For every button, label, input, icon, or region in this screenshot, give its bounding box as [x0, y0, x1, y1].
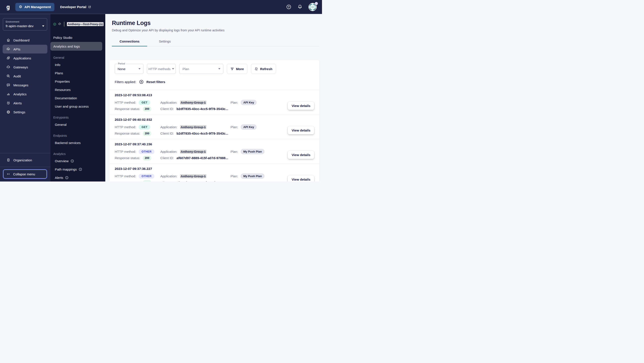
filters-applied-row: Filters applied: Reset filters — [115, 80, 314, 90]
menu-label: Analytics and logs — [53, 44, 80, 48]
info-icon — [65, 176, 68, 179]
menu-label: Backend services — [55, 141, 81, 145]
divider — [64, 22, 64, 26]
top-bar: g ⚙ API Management Developer Portal ? — [0, 0, 322, 14]
api-sidebar: Anthony - Test Proxy (1) Policy Studio A… — [50, 14, 105, 181]
refresh-button[interactable]: Refresh — [251, 64, 276, 74]
status-badge: 200 — [143, 180, 151, 182]
view-details-button[interactable]: View details — [288, 151, 314, 159]
plan-label: Plan: — [230, 174, 238, 178]
refresh-icon — [254, 67, 258, 71]
environment-selector[interactable]: Environment fr-apim-master-dev — [3, 18, 47, 30]
applications-icon — [6, 56, 10, 60]
plan-label: Plan: — [230, 150, 238, 153]
collapse-icon — [6, 172, 10, 176]
menu-label: Policy Studio — [53, 36, 72, 39]
log-entry: 2023-12-07 09:40:02.932 HTTP method:GET … — [110, 114, 319, 139]
tab-bar: Connections Settings — [112, 39, 319, 46]
api-menu-plans[interactable]: Plans — [50, 69, 105, 77]
client-id-label: Client ID: — [160, 131, 174, 135]
organization-label: Organization — [14, 158, 32, 162]
message-icon — [6, 83, 10, 87]
collapse-menu-label: Collapse menu — [13, 172, 35, 176]
http-method-label: HTTP method: — [115, 125, 136, 129]
menu-label: Overview — [55, 159, 69, 163]
view-details-button[interactable]: View details — [288, 126, 314, 134]
cloud-unpublish-icon[interactable] — [58, 22, 62, 26]
api-menu-overview[interactable]: Overview — [50, 157, 105, 165]
more-label: More — [236, 67, 244, 71]
http-methods-select[interactable]: HTTP methods — [147, 64, 176, 74]
reset-filters-icon[interactable] — [139, 80, 144, 84]
http-method-badge: OTHER — [139, 149, 154, 154]
api-menu-user-group-access[interactable]: User and group access — [50, 102, 105, 110]
sidebar-item-label: Dashboard — [14, 38, 30, 42]
view-details-button[interactable]: View details — [288, 102, 314, 110]
help-icon: ? — [286, 4, 292, 10]
sidebar-item-apis[interactable]: APIs — [3, 45, 48, 53]
api-title-redacted: Anthony - Test Proxy (1) — [67, 22, 104, 26]
api-management-label: API Management — [24, 5, 51, 9]
plan-chip: API Key — [240, 100, 257, 105]
api-menu-info[interactable]: Info — [50, 60, 105, 69]
collapse-menu-button[interactable]: Collapse menu — [3, 170, 47, 178]
sidebar-item-messages[interactable]: Messages — [3, 81, 48, 89]
api-menu-alerts[interactable]: Alerts — [50, 173, 105, 181]
period-select[interactable]: Period None — [115, 64, 144, 74]
external-link-icon — [88, 5, 91, 8]
tab-settings[interactable]: Settings — [147, 39, 182, 46]
api-menu-documentation[interactable]: Documentation — [50, 94, 105, 102]
menu-label: Alerts — [55, 176, 63, 180]
sidebar-item-settings[interactable]: ⚙ Settings — [3, 108, 48, 116]
api-menu-entrypoints-general[interactable]: General — [50, 120, 105, 129]
http-methods-placeholder: HTTP methods — [148, 67, 171, 71]
api-menu-properties[interactable]: Properties — [50, 77, 105, 85]
client-id-value: b2df7835-43cc-4cc5-9f78-3543c... — [176, 107, 228, 111]
api-menu-analytics-and-logs[interactable]: Analytics and logs — [50, 42, 102, 51]
log-timestamp: 2023-12-07 09:37:40.156 — [115, 142, 314, 146]
section-analytics: Analytics — [53, 152, 105, 156]
cloud-upload-icon — [6, 47, 10, 51]
response-status-label: Response status: — [115, 156, 140, 160]
sidebar-item-alerts[interactable]: Alerts — [3, 99, 48, 107]
gear-icon: ⚙ — [6, 110, 10, 114]
sidebar-item-label: Audit — [14, 74, 21, 78]
bar-chart-icon — [6, 92, 10, 96]
tab-connections[interactable]: Connections — [112, 39, 147, 46]
api-menu-backend-services[interactable]: Backend services — [50, 139, 105, 147]
application-value-redacted: Anthony Group 1 — [180, 174, 206, 178]
client-id-label: Client ID: — [160, 181, 174, 181]
section-endpoints: Endpoints — [53, 134, 105, 137]
plan-select[interactable]: Plan — [179, 64, 223, 74]
more-filters-button[interactable]: More — [227, 64, 248, 74]
api-menu-path-mappings[interactable]: Path mappings — [50, 165, 105, 173]
developer-portal-link[interactable]: Developer Portal — [60, 5, 91, 9]
sidebar-item-audit[interactable]: Audit — [3, 72, 48, 80]
sidebar-item-applications[interactable]: Applications — [3, 54, 48, 62]
http-method-badge: GET — [139, 125, 150, 130]
sidebar-item-gateways[interactable]: Gateways — [3, 63, 48, 71]
api-menu-resources[interactable]: Resources — [50, 85, 105, 94]
application-value-redacted: Anthony Group 1 — [180, 125, 206, 129]
http-method-badge: OTHER — [139, 174, 154, 179]
reset-filters-link[interactable]: Reset filters — [146, 80, 166, 84]
logs-card: Period None HTTP methods Plan More — [110, 60, 319, 181]
application-value-redacted: Anthony Group 1 — [180, 150, 206, 154]
response-status-label: Response status: — [115, 181, 140, 181]
gear-icon: ⚙ — [19, 5, 22, 9]
http-method-label: HTTP method: — [115, 101, 136, 104]
api-management-button[interactable]: ⚙ API Management — [15, 3, 54, 11]
sidebar-item-label: Gateways — [14, 65, 28, 69]
sidebar-item-organization[interactable]: Organization — [0, 153, 50, 167]
api-menu-policy-studio[interactable]: Policy Studio — [50, 33, 105, 42]
cloud-icon — [6, 65, 10, 69]
sidebar-item-analytics[interactable]: Analytics — [3, 90, 48, 98]
help-button[interactable]: ? — [286, 4, 292, 10]
user-avatar[interactable] — [308, 3, 317, 11]
view-details-button[interactable]: View details — [288, 175, 314, 182]
notifications-button[interactable] — [297, 4, 303, 10]
sidebar-item-dashboard[interactable]: Dashboard — [3, 36, 48, 44]
organization-icon — [6, 158, 10, 162]
start-api-icon[interactable] — [53, 22, 56, 26]
application-label: Application: — [160, 101, 178, 104]
